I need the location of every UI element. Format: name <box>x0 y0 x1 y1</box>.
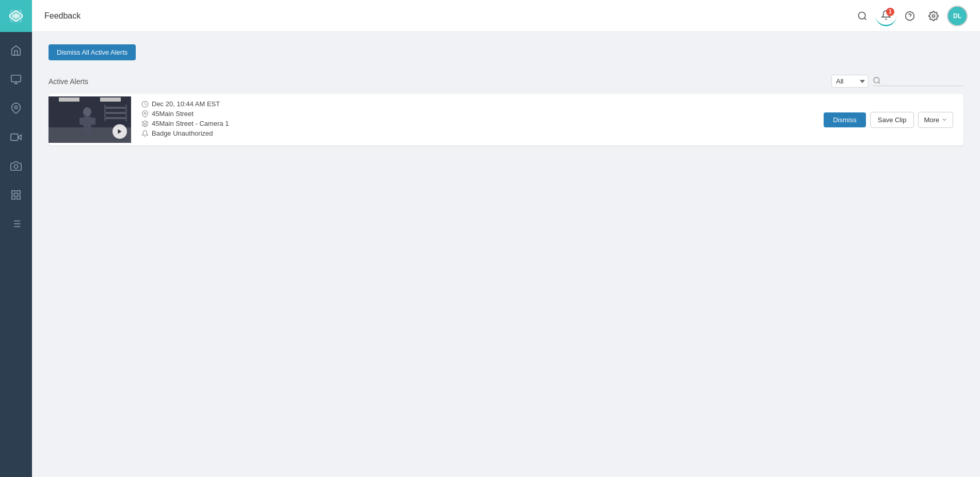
sidebar-logo[interactable] <box>0 0 32 32</box>
search-icon <box>857 11 867 21</box>
help-button[interactable] <box>899 6 920 26</box>
alert-actions: Dismiss Save Clip More <box>824 112 963 128</box>
content: Dismiss All Active Alerts Active Alerts … <box>32 32 980 477</box>
diamond-icon <box>141 120 149 127</box>
alert-camera: 45Main Street - Camera 1 <box>152 120 229 127</box>
svg-rect-7 <box>11 134 18 141</box>
gear-icon <box>928 11 939 21</box>
svg-rect-3 <box>11 75 21 82</box>
clock-icon <box>141 101 149 108</box>
svg-rect-11 <box>12 196 15 199</box>
sidebar-item-camera[interactable] <box>0 124 32 151</box>
bell-small-icon <box>141 130 149 137</box>
chevron-down-icon <box>941 117 947 123</box>
svg-rect-38 <box>105 112 126 114</box>
alert-type-row: Badge Unauthorized <box>141 129 813 137</box>
alert-location: 45Main Street <box>152 110 194 118</box>
dismiss-all-button[interactable]: Dismiss All Active Alerts <box>49 44 136 60</box>
svg-marker-42 <box>118 129 122 134</box>
sidebar-item-monitor[interactable] <box>0 66 32 93</box>
svg-rect-9 <box>12 191 15 194</box>
svg-point-31 <box>83 107 91 117</box>
search-box <box>873 76 963 86</box>
alert-timestamp-row: Dec 20, 10:44 AM EST <box>141 100 813 108</box>
svg-point-44 <box>144 112 146 114</box>
header-actions: 1 DL <box>852 6 968 26</box>
play-icon <box>117 128 123 135</box>
sidebar-item-location[interactable] <box>0 95 32 122</box>
svg-rect-36 <box>88 127 91 133</box>
search-button[interactable] <box>852 6 873 26</box>
svg-rect-12 <box>17 196 20 199</box>
svg-rect-41 <box>125 105 127 121</box>
svg-rect-39 <box>105 117 126 119</box>
svg-point-19 <box>859 12 865 19</box>
search-filter-icon <box>873 76 881 85</box>
settings-button[interactable] <box>923 6 944 26</box>
svg-rect-40 <box>104 105 106 121</box>
play-button[interactable] <box>113 124 127 139</box>
main-area: Feedback 1 <box>32 0 980 477</box>
more-button[interactable]: More <box>918 112 953 128</box>
help-icon <box>905 11 915 21</box>
avatar-initials: DL <box>953 12 961 20</box>
sidebar-item-grid[interactable] <box>0 182 32 208</box>
alert-thumbnail <box>49 96 131 143</box>
filter-row: All Badge Motion Access <box>831 75 963 88</box>
alert-card: Dec 20, 10:44 AM EST 45Main Street <box>49 94 963 145</box>
svg-line-25 <box>878 82 880 84</box>
notification-badge: 1 <box>886 8 894 16</box>
notifications-button[interactable]: 1 <box>876 6 896 26</box>
sidebar <box>0 0 32 477</box>
svg-rect-34 <box>91 118 95 125</box>
sidebar-item-list[interactable] <box>0 210 32 237</box>
alert-type: Badge Unauthorized <box>152 129 213 137</box>
svg-point-23 <box>933 14 935 17</box>
alert-info: Dec 20, 10:44 AM EST 45Main Street <box>131 94 824 145</box>
svg-rect-33 <box>79 118 84 125</box>
sidebar-item-home[interactable] <box>0 37 32 64</box>
svg-point-8 <box>14 165 18 168</box>
avatar[interactable]: DL <box>947 6 968 26</box>
alert-location-row: 45Main Street <box>141 110 813 118</box>
dismiss-button[interactable]: Dismiss <box>824 112 866 127</box>
sidebar-item-snapshot[interactable] <box>0 153 32 179</box>
svg-rect-32 <box>83 117 91 127</box>
active-alerts-header: Active Alerts All Badge Motion Access <box>49 75 963 88</box>
svg-rect-35 <box>84 127 87 133</box>
active-alerts-label: Active Alerts <box>49 77 88 86</box>
more-label: More <box>924 116 939 124</box>
location-pin-icon <box>141 110 149 118</box>
filter-select[interactable]: All Badge Motion Access <box>831 75 869 88</box>
svg-rect-29 <box>59 97 79 102</box>
alert-timestamp: Dec 20, 10:44 AM EST <box>152 100 220 108</box>
svg-rect-37 <box>105 107 126 109</box>
svg-rect-10 <box>17 191 20 194</box>
header: Feedback 1 <box>32 0 980 32</box>
alert-camera-row: 45Main Street - Camera 1 <box>141 120 813 127</box>
page-title: Feedback <box>44 11 852 21</box>
svg-line-20 <box>864 18 866 20</box>
svg-point-24 <box>874 77 879 83</box>
sidebar-nav <box>0 32 32 237</box>
svg-rect-30 <box>100 97 121 102</box>
alerts-search-input[interactable] <box>881 77 963 85</box>
svg-point-6 <box>14 106 18 109</box>
save-clip-button[interactable]: Save Clip <box>870 112 914 128</box>
